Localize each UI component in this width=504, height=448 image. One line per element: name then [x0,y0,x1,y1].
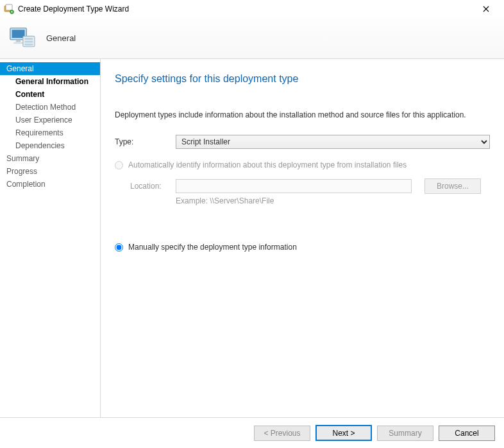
app-icon [4,4,14,14]
sidebar-item-summary[interactable]: Summary [0,152,100,165]
page-description: Deployment types include information abo… [115,110,490,119]
sidebar-item-dependencies[interactable]: Dependencies [0,139,100,152]
sidebar-item-completion[interactable]: Completion [0,178,100,191]
svg-rect-9 [25,40,33,42]
sidebar-item-progress[interactable]: Progress [0,165,100,178]
type-select[interactable]: Script Installer [176,135,490,149]
browse-button: Browse... [424,178,481,194]
location-label: Location: [130,182,176,191]
sidebar-item-user-experience[interactable]: User Experience [0,114,100,126]
sidebar: GeneralGeneral InformationContentDetecti… [0,59,101,417]
computer-icon [8,26,36,51]
sidebar-item-general-information[interactable]: General Information [0,75,100,88]
footer: < Previous Next > Summary Cancel [0,417,504,448]
type-label: Type: [115,137,176,146]
radio-manual-label: Manually specify the deployment type inf… [128,243,297,252]
radio-auto-input [115,161,123,169]
svg-rect-1 [6,4,12,10]
location-example: Example: \\Server\Share\File [176,196,490,205]
location-input [176,179,412,193]
svg-rect-10 [25,44,33,46]
radio-auto-label: Automatically identify information about… [128,160,407,169]
cancel-button[interactable]: Cancel [439,426,495,441]
sidebar-item-requirements[interactable]: Requirements [0,126,100,139]
titlebar: Create Deployment Type Wizard [0,0,504,18]
sidebar-item-content[interactable]: Content [0,88,100,101]
svg-rect-8 [25,38,33,40]
close-button[interactable] [473,0,499,18]
summary-button: Summary [377,426,433,441]
previous-button: < Previous [254,426,310,441]
next-button[interactable]: Next > [315,425,372,441]
content-pane: Specify settings for this deployment typ… [101,59,504,417]
svg-rect-5 [16,39,21,42]
svg-rect-6 [13,42,23,44]
header-banner: General [0,18,504,59]
header-page-name: General [46,33,76,43]
radio-auto: Automatically identify information about… [115,160,490,169]
radio-manual[interactable]: Manually specify the deployment type inf… [115,243,490,252]
sidebar-item-detection-method[interactable]: Detection Method [0,101,100,114]
sidebar-item-general[interactable]: General [0,62,100,75]
page-heading: Specify settings for this deployment typ… [115,73,490,85]
radio-manual-input[interactable] [115,243,123,252]
window-title: Create Deployment Type Wizard [18,4,473,13]
